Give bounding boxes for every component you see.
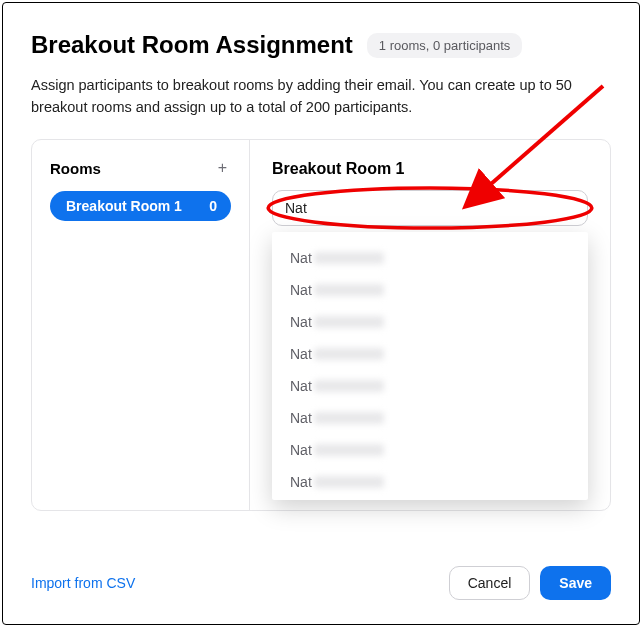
suggestion-blur: [314, 348, 384, 360]
save-button[interactable]: Save: [540, 566, 611, 600]
suggestion-prefix: Nat: [290, 250, 312, 266]
suggestion-blur: [314, 252, 384, 264]
room-detail-area: Breakout Room 1 Nat Nat Nat: [250, 140, 610, 510]
modal-header: Breakout Room Assignment 1 rooms, 0 part…: [31, 31, 611, 59]
room-item-count: 0: [209, 198, 217, 214]
import-csv-link[interactable]: Import from CSV: [31, 575, 135, 591]
suggestion-item[interactable]: Nat: [272, 434, 588, 466]
modal-title: Breakout Room Assignment: [31, 31, 353, 59]
modal-footer: Import from CSV Cancel Save: [31, 566, 611, 600]
suggestion-prefix: Nat: [290, 410, 312, 426]
assignment-panel: Rooms + Breakout Room 1 0 Breakout Room …: [31, 139, 611, 511]
email-input-wrap: Nat Nat Nat Nat Nat Nat: [272, 190, 588, 226]
sidebar-title: Rooms: [50, 160, 101, 177]
room-item-1[interactable]: Breakout Room 1 0: [50, 191, 231, 221]
suggestion-item[interactable]: Nat: [272, 466, 588, 498]
add-room-icon[interactable]: +: [214, 160, 231, 176]
suggestion-dropdown: Nat Nat Nat Nat Nat Nat: [272, 232, 588, 500]
suggestion-prefix: Nat: [290, 282, 312, 298]
suggestion-prefix: Nat: [290, 442, 312, 458]
footer-buttons: Cancel Save: [449, 566, 611, 600]
suggestion-item[interactable]: Nat: [272, 338, 588, 370]
suggestion-prefix: Nat: [290, 474, 312, 490]
rooms-sidebar: Rooms + Breakout Room 1 0: [32, 140, 250, 510]
modal-description: Assign participants to breakout rooms by…: [31, 75, 611, 119]
suggestion-item[interactable]: Nat: [272, 242, 588, 274]
breakout-room-modal: Breakout Room Assignment 1 rooms, 0 part…: [2, 2, 640, 625]
participant-email-input[interactable]: [272, 190, 588, 226]
suggestion-blur: [314, 412, 384, 424]
room-heading: Breakout Room 1: [272, 160, 588, 178]
suggestion-item[interactable]: Nat: [272, 274, 588, 306]
suggestion-prefix: Nat: [290, 378, 312, 394]
suggestion-blur: [314, 316, 384, 328]
room-item-label: Breakout Room 1: [66, 198, 182, 214]
cancel-button[interactable]: Cancel: [449, 566, 531, 600]
suggestion-item[interactable]: Nat: [272, 306, 588, 338]
suggestion-prefix: Nat: [290, 346, 312, 362]
suggestion-blur: [314, 380, 384, 392]
suggestion-blur: [314, 444, 384, 456]
suggestion-blur: [314, 284, 384, 296]
suggestion-item[interactable]: Nat: [272, 402, 588, 434]
sidebar-header: Rooms +: [50, 160, 231, 177]
suggestion-item[interactable]: Nat: [272, 370, 588, 402]
suggestion-prefix: Nat: [290, 314, 312, 330]
room-count-badge: 1 rooms, 0 participants: [367, 33, 523, 58]
suggestion-blur: [314, 476, 384, 488]
